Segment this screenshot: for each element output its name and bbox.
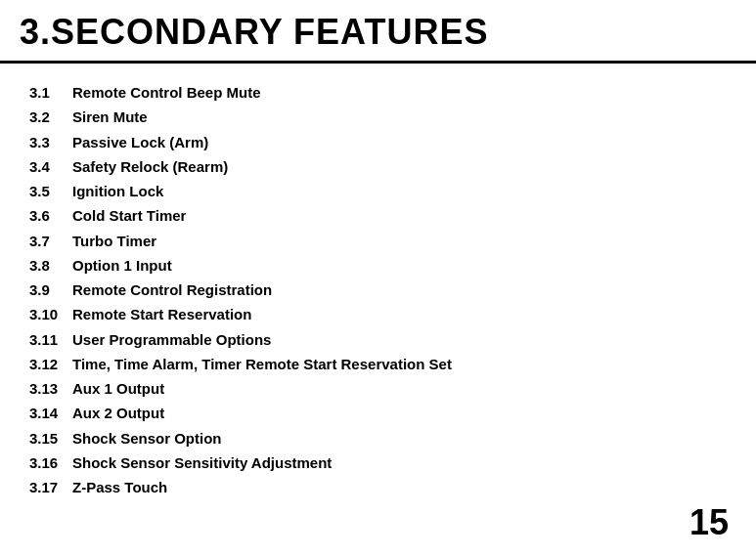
toc-item: 3.10Remote Start Reservation: [29, 303, 727, 325]
toc-number: 3.7: [29, 230, 72, 252]
page-title: 3.SECONDARY FEATURES: [20, 12, 488, 52]
toc-number: 3.2: [29, 106, 72, 128]
toc-item: 3.2Siren Mute: [29, 106, 727, 128]
toc-label: Remote Control Beep Mute: [72, 81, 261, 104]
toc-item: 3.9Remote Control Registration: [29, 278, 727, 301]
toc-number: 3.11: [29, 328, 72, 351]
toc-item: 3.4Safety Relock (Rearm): [29, 155, 727, 178]
toc-number: 3.8: [29, 254, 72, 277]
toc-label: Passive Lock (Arm): [72, 131, 208, 153]
toc-number: 3.5: [29, 180, 72, 202]
toc-item: 3.5Ignition Lock: [29, 180, 727, 202]
toc-item: 3.13Aux 1 Output: [29, 377, 727, 400]
toc-number: 3.14: [29, 402, 72, 424]
toc-label: Cold Start Timer: [72, 204, 186, 227]
toc-item: 3.16Shock Sensor Sensitivity Adjustment: [29, 451, 727, 474]
page-header: 3.SECONDARY FEATURES: [0, 0, 756, 64]
toc-item: 3.11User Programmable Options: [29, 328, 727, 351]
toc-number: 3.12: [29, 353, 72, 375]
toc-label: Turbo Timer: [72, 230, 156, 252]
toc-label: Aux 2 Output: [72, 402, 164, 424]
toc-number: 3.16: [29, 451, 72, 474]
toc-item: 3.17Z-Pass Touch: [29, 476, 727, 498]
toc-content: 3.1Remote Control Beep Mute3.2Siren Mute…: [0, 64, 756, 510]
toc-number: 3.9: [29, 278, 72, 301]
toc-label: Aux 1 Output: [72, 377, 164, 400]
toc-label: Siren Mute: [72, 106, 148, 128]
toc-number: 3.10: [29, 303, 72, 325]
toc-label: Option 1 Input: [72, 254, 172, 277]
page-number: 15: [689, 502, 729, 543]
toc-item: 3.12Time, Time Alarm, Timer Remote Start…: [29, 353, 727, 375]
toc-number: 3.3: [29, 131, 72, 153]
toc-number: 3.17: [29, 476, 72, 498]
toc-number: 3.13: [29, 377, 72, 400]
toc-number: 3.4: [29, 155, 72, 178]
toc-label: Safety Relock (Rearm): [72, 155, 228, 178]
toc-number: 3.15: [29, 427, 72, 450]
toc-label: Remote Start Reservation: [72, 303, 251, 325]
page-container: 3.SECONDARY FEATURES 3.1Remote Control B…: [0, 0, 756, 557]
toc-label: Remote Control Registration: [72, 278, 272, 301]
toc-label: Z-Pass Touch: [72, 476, 167, 498]
toc-item: 3.6Cold Start Timer: [29, 204, 727, 227]
toc-label: Shock Sensor Option: [72, 427, 222, 450]
toc-item: 3.7Turbo Timer: [29, 230, 727, 252]
toc-label: Time, Time Alarm, Timer Remote Start Res…: [72, 353, 452, 375]
toc-label: Shock Sensor Sensitivity Adjustment: [72, 451, 332, 474]
toc-item: 3.1Remote Control Beep Mute: [29, 81, 727, 104]
toc-number: 3.6: [29, 204, 72, 227]
toc-label: User Programmable Options: [72, 328, 271, 351]
toc-item: 3.3Passive Lock (Arm): [29, 131, 727, 153]
toc-item: 3.15Shock Sensor Option: [29, 427, 727, 450]
toc-label: Ignition Lock: [72, 180, 163, 202]
toc-item: 3.8Option 1 Input: [29, 254, 727, 277]
toc-number: 3.1: [29, 81, 72, 104]
toc-item: 3.14Aux 2 Output: [29, 402, 727, 424]
